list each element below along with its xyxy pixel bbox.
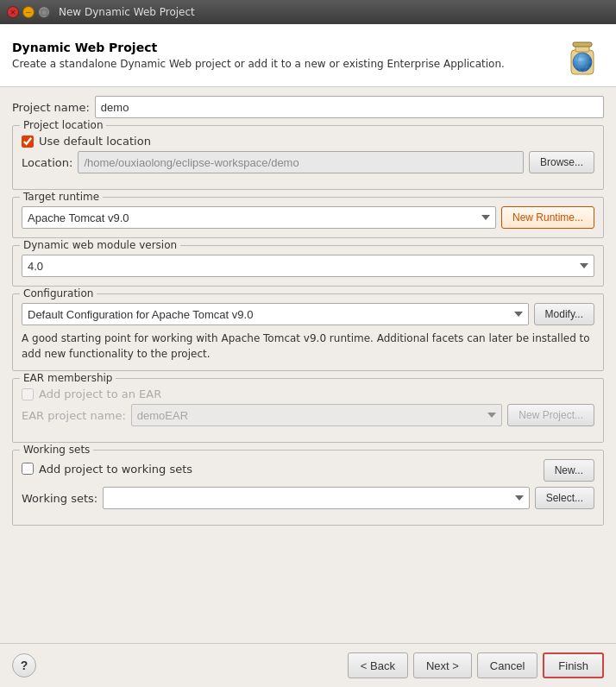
maximize-icon: □ [41,8,48,16]
close-icon: × [9,8,16,16]
new-project-button[interactable]: New Project... [507,404,594,426]
project-location-section: Project location Use default location Lo… [12,125,604,190]
cancel-button[interactable]: Cancel [477,652,537,678]
new-working-set-button[interactable]: New... [544,459,594,482]
ear-project-name-label: EAR project name: [22,409,126,422]
bottom-bar: ? < Back Next > Cancel Finish [0,643,616,687]
use-default-location-row: Use default location [22,135,594,148]
close-button[interactable]: × [7,6,19,18]
title-bar: × − □ New Dynamic Web Project [0,0,616,24]
use-default-location-label: Use default location [39,135,151,148]
header-text: Dynamic Web Project Create a standalone … [12,41,505,70]
use-default-location-checkbox[interactable] [22,136,34,148]
project-name-label: Project name: [12,101,90,114]
dynamic-web-module-content: 4.0 [22,255,594,277]
add-to-ear-row: Add project to an EAR [22,388,594,400]
dialog-body: Dynamic Web Project Create a standalone … [0,24,616,687]
configuration-legend: Configuration [20,287,97,299]
project-name-input[interactable] [95,96,604,118]
modify-button[interactable]: Modify... [534,303,594,325]
ear-project-name-select[interactable]: demoEAR [131,404,503,426]
title-bar-buttons: × − □ [7,6,50,18]
ear-membership-section: EAR membership Add project to an EAR EAR… [12,378,604,443]
add-to-ear-checkbox[interactable] [22,388,34,400]
content-area: Project name: Project location Use defau… [0,87,616,643]
location-label: Location: [22,156,72,169]
help-button[interactable]: ? [12,653,36,678]
working-sets-legend: Working sets [20,444,93,456]
select-working-set-button[interactable]: Select... [535,487,594,509]
globe-icon [559,33,604,78]
browse-button[interactable]: Browse... [529,151,594,173]
configuration-row: Default Configuration for Apache Tomcat … [22,303,594,325]
target-runtime-legend: Target runtime [20,191,103,203]
add-working-sets-checkbox-row: Add project to working sets [22,463,538,476]
project-location-content: Use default location Location: Browse... [22,135,594,173]
header-title: Dynamic Web Project [12,41,505,54]
location-row: Location: Browse... [22,151,594,173]
header-description: Create a standalone Dynamic Web project … [12,58,505,70]
minimize-button[interactable]: − [22,6,35,18]
ear-membership-content: Add project to an EAR EAR project name: … [22,388,594,426]
add-to-ear-label: Add project to an EAR [39,388,161,400]
target-runtime-select[interactable]: Apache Tomcat v9.0 [22,206,496,229]
target-runtime-content: Apache Tomcat v9.0 New Runtime... [22,206,594,229]
add-to-working-sets-row: Add project to working sets [22,463,538,479]
add-to-working-sets-checkbox[interactable] [22,463,34,475]
working-sets-section: Working sets Add project to working sets… [12,450,604,526]
svg-rect-7 [573,42,592,47]
ear-project-name-row: EAR project name: demoEAR New Project... [22,404,594,426]
window-title: New Dynamic Web Project [59,6,195,18]
ear-membership-legend: EAR membership [20,372,116,384]
project-name-row: Project name: [12,96,604,118]
project-location-legend: Project location [20,119,106,131]
header-area: Dynamic Web Project Create a standalone … [0,24,616,87]
dynamic-web-module-select[interactable]: 4.0 [22,255,594,277]
maximize-button[interactable]: □ [38,6,50,18]
working-sets-content: Add project to working sets New... Worki… [22,459,594,509]
configuration-section: Configuration Default Configuration for … [12,293,604,371]
location-input[interactable] [78,151,524,173]
working-sets-label: Working sets: [22,492,97,505]
working-sets-select[interactable] [103,487,529,509]
dynamic-web-module-legend: Dynamic web module version [20,239,180,251]
target-runtime-section: Target runtime Apache Tomcat v9.0 New Ru… [12,197,604,238]
configuration-content: Default Configuration for Apache Tomcat … [22,303,594,362]
configuration-select[interactable]: Default Configuration for Apache Tomcat … [22,303,529,325]
next-button[interactable]: Next > [413,652,472,678]
working-sets-row: Working sets: Select... [22,487,594,509]
new-runtime-button[interactable]: New Runtime... [501,206,594,229]
add-to-working-sets-label: Add project to working sets [39,463,192,476]
dynamic-web-module-section: Dynamic web module version 4.0 [12,245,604,287]
finish-button[interactable]: Finish [543,652,604,678]
target-runtime-row: Apache Tomcat v9.0 New Runtime... [22,206,594,229]
back-button[interactable]: < Back [348,652,408,678]
config-description: A good starting point for working with A… [22,331,594,362]
minimize-icon: − [25,8,32,16]
